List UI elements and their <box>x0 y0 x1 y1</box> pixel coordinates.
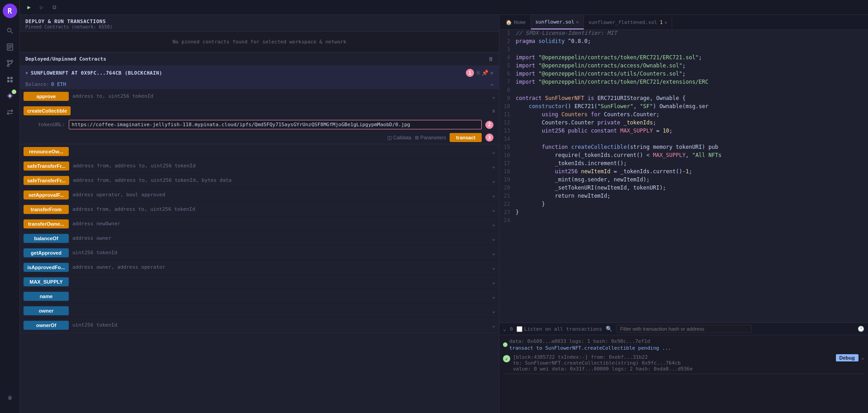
tx-expand-icon[interactable]: ⌄ <box>861 354 864 361</box>
renounce-chevron[interactable]: ⌄ <box>492 148 495 155</box>
params-button[interactable]: ⊞ Parameters <box>415 135 446 141</box>
create-collectible-chevron[interactable]: ∧ <box>492 108 495 114</box>
tx-block-line-2: to: SunFlowerNFT.createCollectible(strin… <box>513 360 833 366</box>
sidebar-item-plugins[interactable] <box>3 72 17 87</box>
layout-button[interactable]: ⧉ <box>49 2 60 13</box>
approve-button[interactable]: approve <box>24 92 69 101</box>
code-line-1: 1// SPDX-License-Identifier: MIT <box>499 30 868 38</box>
code-line-17: 17 _tokenIds.increment(); <box>499 160 868 168</box>
transferfrom-button[interactable]: transferFrom <box>24 205 69 214</box>
ownerof-chevron[interactable]: ⌄ <box>492 322 495 328</box>
close-sunflower-sol[interactable]: ✕ <box>576 19 579 24</box>
safetransfer1-button[interactable]: safeTransferFr... <box>24 161 69 171</box>
pin-icon[interactable]: 📌 <box>482 70 489 76</box>
debug-button[interactable]: Debug <box>836 354 859 361</box>
owner-button[interactable]: owner <box>24 306 69 315</box>
safetransfer2-button[interactable]: safeTransferFr... <box>24 176 69 185</box>
filter-input[interactable] <box>616 325 752 333</box>
calldata-label: Calldata <box>393 135 411 140</box>
bottom-panel: ⌄ 0 Listen on all transactions 🔍 🕐 <box>499 323 868 413</box>
token-url-row: tokenURL: 2 <box>20 118 499 131</box>
tx-block-line-3: value: 0 wei data: 0x31f...00000 logs: 2… <box>513 366 833 372</box>
transferowner-button[interactable]: transferOwne... <box>24 219 69 228</box>
sidebar-item-transactions[interactable] <box>3 105 17 119</box>
balanceof-chevron[interactable]: ⌄ <box>492 235 495 242</box>
token-url-input[interactable] <box>69 120 482 129</box>
safetransfer1-params: address from, address to, uint256 tokenI… <box>73 163 489 169</box>
getapproved-button[interactable]: getApproved <box>24 248 69 257</box>
isapprovedfor-params: address owner, address operator <box>72 264 489 270</box>
func-row-setapproval: setApprovalF... address operator, bool a… <box>20 188 499 202</box>
isapprovedfor-button[interactable]: isApprovedFo... <box>24 263 69 272</box>
transferfrom-chevron[interactable]: ⌄ <box>492 206 495 213</box>
forward-button[interactable]: ▷ <box>36 2 47 13</box>
close-contract-icon[interactable]: ✕ <box>490 70 493 76</box>
copy-icon[interactable]: ⎘ <box>477 70 480 76</box>
svg-rect-15 <box>7 77 9 79</box>
code-line-2: 2pragma solidity ^0.8.0; <box>499 38 868 46</box>
code-area[interactable]: 1// SPDX-License-Identifier: MIT 2pragma… <box>499 30 868 323</box>
safetransfer2-params: address from, address to, uint256 tokenI… <box>73 177 489 183</box>
token-url-label: tokenURL: <box>38 122 65 128</box>
sidebar-item-git[interactable] <box>3 56 17 71</box>
func-row-name: name ⌄ <box>20 289 499 304</box>
code-line-11: 11 using Counters for Counters.Counter; <box>499 111 868 119</box>
sidebar-item-settings-gear[interactable] <box>3 391 17 406</box>
listen-label: Listen on all transactions <box>524 326 602 332</box>
listen-checkbox-container: Listen on all transactions <box>517 326 602 332</box>
setapproval-params: address operator, bool approved <box>72 192 489 198</box>
svg-point-7 <box>11 60 13 62</box>
name-button[interactable]: name <box>24 292 69 301</box>
code-line-3: 3 <box>499 46 868 54</box>
code-line-21: 21 return newItemId; <box>499 193 868 201</box>
sidebar-item-files[interactable] <box>3 40 17 54</box>
sidebar-item-deploy[interactable] <box>3 89 17 103</box>
isapprovedfor-chevron[interactable]: ⌄ <box>492 264 495 271</box>
tab-sunflower-flattened[interactable]: sunflower_flattened.sol 1 ✕ <box>584 15 672 29</box>
func-row-transferowner: transferOwne... address newOwner ⌄ <box>20 217 499 231</box>
listen-checkbox[interactable] <box>517 326 522 332</box>
code-line-24: 24 <box>499 217 868 225</box>
deploy-header: DEPLOY & RUN TRANSACTIONS Pinned Contrac… <box>20 15 499 32</box>
safetransfer2-chevron[interactable]: ⌄ <box>492 177 495 184</box>
setapproval-button[interactable]: setApprovalF... <box>24 190 69 199</box>
create-collectible-button[interactable]: createCollectible <box>24 106 71 115</box>
edit-icon[interactable]: ✏ <box>490 81 493 87</box>
params-icon: ⊞ <box>415 135 419 141</box>
play-button[interactable]: ▶ <box>24 2 34 13</box>
renounce-button[interactable]: renounceOw... <box>24 147 69 156</box>
transact-button[interactable]: transact <box>450 133 482 142</box>
delete-icon[interactable]: 🗑 <box>489 56 493 62</box>
contract-header-actions: ⎘ 📌 ✕ <box>477 70 493 76</box>
balanceof-button[interactable]: balanceOf <box>24 234 69 243</box>
sidebar-item-search[interactable] <box>3 24 17 38</box>
collapse-button[interactable]: ⌄ <box>503 326 506 332</box>
close-sunflower-flattened[interactable]: ✕ <box>664 20 667 25</box>
name-chevron[interactable]: ⌄ <box>492 293 495 299</box>
deploy-panel: DEPLOY & RUN TRANSACTIONS Pinned Contrac… <box>20 15 499 413</box>
safetransfer1-chevron[interactable]: ⌄ <box>492 163 495 169</box>
owner-chevron[interactable]: ⌄ <box>492 308 495 314</box>
tx-success-icon: ✓ <box>503 355 510 362</box>
ownerof-button[interactable]: ownerOf <box>24 321 69 330</box>
maxsupply-button[interactable]: MAX_SUPPLY <box>24 277 69 286</box>
svg-line-1 <box>11 32 13 33</box>
getapproved-chevron[interactable]: ⌄ <box>492 250 495 256</box>
func-row-safetransfer1: safeTransferFr... address from, address … <box>20 159 499 173</box>
code-line-10: 10 constructor() ERC721("SunFlower", "SF… <box>499 103 868 111</box>
token-url-badge: 2 <box>485 121 493 129</box>
search-icon[interactable]: 🔍 <box>606 326 612 332</box>
balance-value: 0 ETH <box>51 81 66 87</box>
svg-line-12 <box>8 63 12 65</box>
tab-home[interactable]: 🏠 Home <box>501 15 531 29</box>
tx-block-1: ✓ [block:4305722 txIndex:-] from: 0xebf.… <box>503 352 864 374</box>
maxsupply-chevron[interactable]: ⌄ <box>492 279 495 285</box>
setapproval-chevron[interactable]: ⌄ <box>492 192 495 198</box>
approve-chevron[interactable]: ⌄ <box>492 93 495 100</box>
transferowner-chevron[interactable]: ⌄ <box>492 221 495 227</box>
tab-sunflower-sol[interactable]: sunflower.sol ✕ <box>531 15 584 29</box>
transferowner-params: address newOwner <box>72 221 489 227</box>
calldata-button[interactable]: ◫ Calldata <box>387 135 411 141</box>
contract-item-header[interactable]: ▼ SUNFLOWERNFT AT 0X9FC...764CB (BLOCKCH… <box>20 66 499 80</box>
code-line-15: 15 function createCollectible(string mem… <box>499 144 868 152</box>
